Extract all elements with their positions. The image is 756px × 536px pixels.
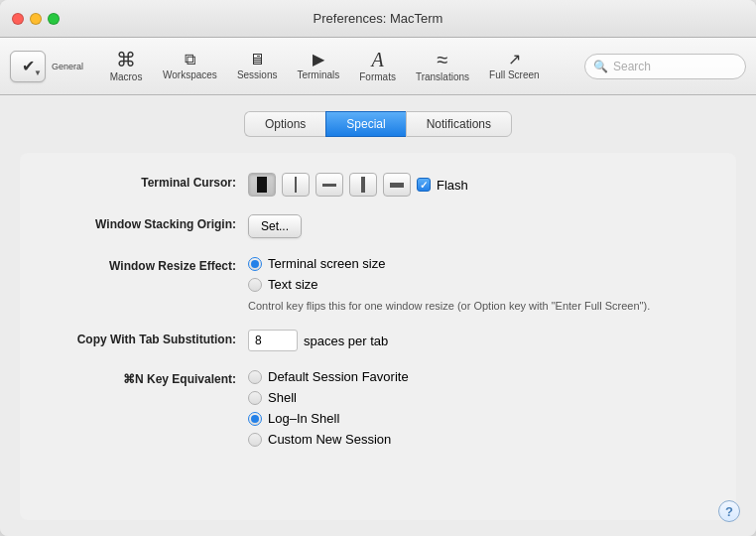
radio-custom-new-session-button[interactable] [248,433,262,447]
toolbar-item-macros[interactable]: ⌘ Macros [101,46,151,86]
copy-tab-input-row: spaces per tab [248,330,388,351]
window-stacking-control: Set... [248,214,706,238]
toolbar-item-sessions[interactable]: 🖥 Sessions [229,48,286,84]
toolbar-item-terminals[interactable]: ▶ Terminals [289,48,347,84]
flash-checkbox[interactable] [417,178,431,192]
cursor-thick-underline-button[interactable] [383,173,411,197]
window-stacking-row: Window Stacking Origin: Set... [50,214,706,238]
toolbar-label-terminals: Terminals [297,69,339,80]
copy-tab-label: Copy With Tab Substitution: [50,330,248,346]
window-resize-control: Terminal screen size Text size Control k… [248,256,706,312]
cmd-n-key-row: ⌘N Key Equivalent: Default Session Favor… [50,369,706,447]
traffic-lights [12,13,60,25]
formats-icon: A [371,50,383,69]
terminal-cursor-row: Terminal Cursor: [50,173,706,197]
help-button[interactable]: ? [718,500,740,522]
radio-default-session-button[interactable] [248,370,262,384]
window-title: Preferences: MacTerm [314,11,443,26]
window-resize-label: Window Resize Effect: [50,256,248,273]
radio-log-in-shell-button[interactable] [248,412,262,426]
cursor-options-row: Flash [248,173,468,197]
cursor-block-button[interactable] [248,173,276,197]
copy-tab-control: spaces per tab [248,330,706,351]
tab-bar: Options Special Notifications [20,111,736,137]
maximize-button[interactable] [48,13,60,25]
workspaces-icon: ⧉ [185,52,195,67]
radio-shell-label: Shell [268,390,297,405]
radio-default-session-label: Default Session Favorite [268,369,409,384]
cursor-underline-button[interactable] [315,173,343,197]
tab-special[interactable]: Special [325,111,405,137]
cursor-ibeam-button[interactable] [282,173,310,197]
radio-text-size[interactable]: Text size [248,277,318,292]
settings-panel: Terminal Cursor: [20,153,736,520]
radio-text-size-label: Text size [268,277,318,292]
toolbar-item-general[interactable]: ✔ ▼ [10,51,46,82]
radio-custom-new-session[interactable]: Custom New Session [248,432,391,447]
toolbar-label-general: General [52,62,83,71]
cursor-underline-icon [322,184,336,187]
radio-terminal-screen-size-label: Terminal screen size [268,256,386,271]
sessions-icon: 🖥 [249,52,265,67]
tab-notifications[interactable]: Notifications [406,111,512,137]
main-content: Options Special Notifications Terminal C… [0,95,756,536]
search-icon: 🔍 [593,60,608,73]
terminal-cursor-control: Flash [248,173,706,197]
cursor-thick-ibeam-button[interactable] [349,173,377,197]
macros-icon: ⌘ [116,50,136,69]
radio-log-in-shell-label: Log–In Shell [268,411,339,426]
radio-text-size-button[interactable] [248,278,262,292]
cmd-n-key-label: ⌘N Key Equivalent: [50,369,248,386]
copy-tab-row: Copy With Tab Substitution: spaces per t… [50,330,706,351]
flash-label: Flash [437,178,468,193]
toolbar-label-translations: Translations [416,71,469,82]
toolbar-item-fullscreen[interactable]: ↗ Full Screen [481,48,548,84]
radio-default-session[interactable]: Default Session Favorite [248,369,409,384]
fullscreen-icon: ↗ [508,52,521,67]
cursor-thick-underline-icon [390,183,404,188]
radio-shell[interactable]: Shell [248,390,297,405]
translations-icon: ≈ [437,50,447,69]
tab-substitution-input[interactable] [248,330,298,351]
toolbar-item-formats[interactable]: A Formats [351,46,404,86]
cursor-block-icon [257,177,267,193]
general-check-button[interactable]: ✔ ▼ [10,51,46,82]
radio-shell-button[interactable] [248,391,262,405]
preferences-window: Preferences: MacTerm ✔ ▼ General ⌘ Macro… [0,0,756,536]
cursor-thick-ibeam-icon [361,177,365,193]
toolbar: ✔ ▼ General ⌘ Macros ⧉ Workspaces 🖥 Sess… [0,38,756,95]
terminals-icon: ▶ [313,52,324,67]
cmd-n-key-control: Default Session Favorite Shell Log–In Sh… [248,369,706,447]
window-stacking-label: Window Stacking Origin: [50,214,248,231]
window-resize-row: Window Resize Effect: Terminal screen si… [50,256,706,312]
toolbar-label-workspaces: Workspaces [163,69,217,80]
toolbar-item-translations[interactable]: ≈ Translations [408,46,477,86]
toolbar-label-fullscreen: Full Screen [489,69,540,80]
toolbar-label-formats: Formats [359,71,396,82]
title-bar: Preferences: MacTerm [0,0,756,38]
toolbar-item-workspaces[interactable]: ⧉ Workspaces [155,48,225,84]
toolbar-label-macros: Macros [110,71,143,82]
minimize-button[interactable] [30,13,42,25]
radio-custom-new-session-label: Custom New Session [268,432,391,447]
radio-terminal-screen-size[interactable]: Terminal screen size [248,256,386,271]
search-box: 🔍 [584,54,746,79]
toolbar-label-sessions: Sessions [237,69,278,80]
radio-terminal-screen-size-button[interactable] [248,257,262,271]
search-input[interactable] [613,60,737,73]
window-resize-hint: Control key flips this for one window re… [248,300,650,312]
terminal-cursor-label: Terminal Cursor: [50,173,248,190]
tab-options[interactable]: Options [244,111,325,137]
close-button[interactable] [12,13,24,25]
radio-log-in-shell[interactable]: Log–In Shell [248,411,339,426]
set-button[interactable]: Set... [248,214,302,238]
spaces-per-tab-label: spaces per tab [304,334,388,348]
cursor-ibeam-icon [295,177,297,193]
